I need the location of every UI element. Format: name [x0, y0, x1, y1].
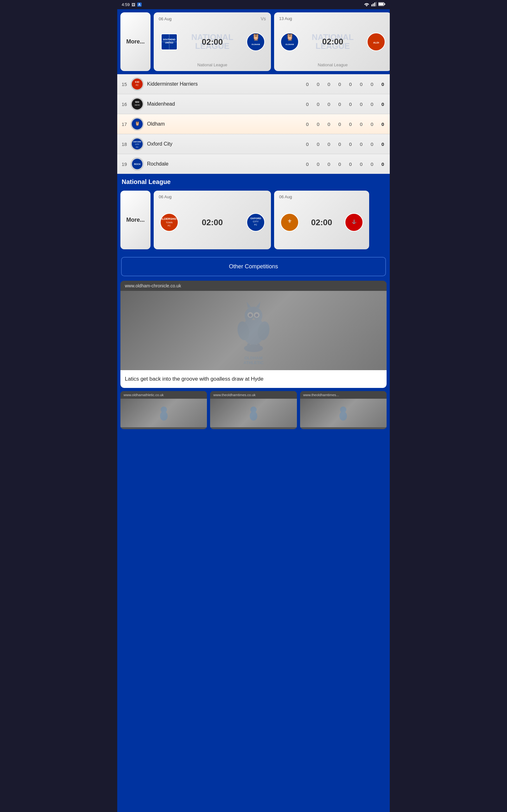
- svg-point-47: [245, 307, 262, 324]
- photo-icon: 🖼: [131, 3, 135, 7]
- fixture-time-2: 02:00: [322, 37, 343, 47]
- row-pos-18: 18: [122, 142, 130, 147]
- row-pos-15: 15: [122, 82, 130, 87]
- away-team-logo-1: 🦉 OLDHAM: [245, 32, 266, 52]
- svg-text:🦉: 🦉: [135, 121, 140, 126]
- row-pos-16: 16: [122, 101, 130, 107]
- svg-text:TOWN: TOWN: [166, 221, 172, 223]
- row-pos-17: 17: [122, 121, 130, 127]
- other-competitions-button[interactable]: Other Competitions: [121, 257, 386, 276]
- team-name-maidenhead: Maidenhead: [147, 101, 305, 107]
- news-card-1[interactable]: www.oldham-chronicle.co.uk: [120, 281, 387, 388]
- svg-text:🦉: 🦉: [285, 33, 294, 41]
- svg-text:OXFORD: OXFORD: [250, 217, 261, 220]
- svg-text:ALDERSHOT: ALDERSHOT: [160, 217, 178, 220]
- fixture-header-1: 06 Aug Vs: [159, 16, 266, 21]
- news-headline-1: Latics get back into the groove with goa…: [120, 370, 387, 388]
- nl-fixture-card-1[interactable]: 06 Aug ALDERSHOT TOWN FC 02:00 OXFORD: [154, 191, 271, 249]
- svg-marker-49: [256, 302, 261, 308]
- vs-label-1: Vs: [261, 16, 266, 21]
- table-row-rochdale[interactable]: 19 ROCH Rochdale 0 0 0 0 0 0 0 0: [117, 154, 390, 174]
- nl-away-logo-1: OXFORD CITY FC: [245, 212, 266, 233]
- svg-point-61: [160, 411, 168, 420]
- nl-fixture-teams-2: ⚜ 02:00 ⚓: [279, 199, 364, 246]
- team-name-oldham: Oldham: [147, 121, 305, 127]
- row-stats-maidenhead: 0 0 0 0 0 0 0 0: [305, 101, 385, 107]
- signal-icon: [372, 2, 377, 7]
- top-fixtures-scroll[interactable]: More... 06 Aug Vs NATIONALLEAGUE SOUTHEN…: [117, 9, 390, 74]
- table-row-kidderminster[interactable]: 15 KID FC Kidderminster Harriers 0 0 0 0…: [117, 74, 390, 94]
- svg-point-65: [339, 411, 347, 420]
- news-owl-logo: OLDHAMATHLETIC: [234, 296, 273, 365]
- nl-fixture-header-1: 06 Aug: [159, 194, 266, 199]
- battery-icon: [378, 2, 385, 7]
- oxford-city-badge: OXFORD CITY FC: [130, 137, 144, 151]
- svg-point-63: [250, 411, 257, 420]
- kidderminster-badge: KID FC: [130, 78, 144, 91]
- nl-fixture-teams-1: ALDERSHOT TOWN FC 02:00 OXFORD CITY FC: [159, 199, 266, 246]
- svg-text:ALDI: ALDI: [373, 41, 379, 44]
- maidenhead-badge: MAI HEAD: [130, 97, 144, 111]
- svg-text:HEAD: HEAD: [135, 104, 140, 106]
- fixture-date-2: 13 Aug: [279, 16, 292, 21]
- national-league-fixtures-scroll[interactable]: More... 06 Aug ALDERSHOT TOWN FC 02:00: [117, 188, 390, 252]
- svg-point-52: [249, 314, 252, 317]
- svg-rect-3: [376, 2, 377, 6]
- home-team-logo-1: SOUTHEND UNITED: [159, 32, 179, 52]
- bottom-news-source-1: www.oldhamathletic.co.uk: [120, 391, 207, 399]
- svg-point-53: [255, 314, 258, 317]
- svg-rect-5: [379, 3, 383, 5]
- away-team-logo-2: ALDI: [366, 32, 386, 52]
- svg-rect-2: [374, 3, 375, 6]
- bottom-news-card-1[interactable]: www.oldhamathletic.co.uk: [120, 391, 207, 429]
- news-source-1: www.oldham-chronicle.co.uk: [120, 281, 387, 291]
- row-pos-19: 19: [122, 161, 130, 167]
- svg-text:FC: FC: [168, 224, 170, 227]
- table-row-maidenhead[interactable]: 16 MAI HEAD Maidenhead 0 0 0 0 0 0 0 0: [117, 94, 390, 114]
- fixture-footer-2: National League: [279, 62, 386, 67]
- svg-rect-0: [372, 4, 372, 6]
- bottom-news-source-2: www.theoldhamtimes.co.uk: [210, 391, 297, 399]
- svg-text:OLDHAM: OLDHAM: [285, 44, 293, 45]
- svg-text:OLDHAM: OLDHAM: [251, 44, 260, 45]
- row-stats-oldham: 0 0 0 0 0 0 0 0: [305, 121, 385, 127]
- fixture-footer-1: National League: [159, 62, 266, 67]
- fixture-date-1: 06 Aug: [159, 16, 172, 21]
- nl-home-logo-1: ALDERSHOT TOWN FC: [159, 212, 179, 233]
- svg-text:OXFORD: OXFORD: [133, 141, 141, 143]
- rochdale-badge: ROCH: [130, 157, 144, 171]
- news-image-1: OLDHAMATHLETIC: [120, 291, 387, 370]
- team-name-kidderminster: Kidderminster Harriers: [147, 81, 305, 87]
- svg-text:ROCH: ROCH: [134, 163, 140, 165]
- national-league-section-header: National League: [117, 174, 390, 188]
- bottom-news-image-3: [300, 399, 387, 427]
- nl-fixture-card-2[interactable]: 06 Aug ⚜ 02:00 ⚓: [274, 191, 369, 249]
- svg-text:FC: FC: [136, 146, 139, 148]
- table-row-oxford-city[interactable]: 18 OXFORD CITY FC Oxford City 0 0 0 0 0 …: [117, 134, 390, 154]
- fixture-header-2: 13 Aug: [279, 16, 386, 21]
- league-table: 15 KID FC Kidderminster Harriers 0 0 0 0…: [117, 74, 390, 174]
- team-name-rochdale: Rochdale: [147, 161, 305, 167]
- bottom-news-card-3[interactable]: www.theoldhamtimes...: [300, 391, 387, 429]
- fixture-card-1[interactable]: 06 Aug Vs NATIONALLEAGUE SOUTHEND UNITED…: [154, 12, 271, 71]
- nl-fixture-date-1: 06 Aug: [159, 194, 172, 199]
- more-button-nl[interactable]: More...: [120, 191, 151, 249]
- app-icon: A: [137, 3, 141, 7]
- fixture-card-2[interactable]: 13 Aug NATIONALLEAGUE 🦉 OLDHAM 02:00 ALD…: [274, 12, 390, 71]
- bottom-news-card-2[interactable]: www.theoldhamtimes.co.uk: [210, 391, 297, 429]
- more-button-top[interactable]: More...: [120, 12, 151, 71]
- svg-marker-48: [246, 302, 251, 308]
- svg-text:FC: FC: [254, 223, 257, 226]
- svg-rect-1: [373, 3, 374, 6]
- nl-home-logo-2: ⚜: [279, 212, 300, 233]
- svg-point-59: [244, 345, 263, 352]
- home-team-logo-2: 🦉 OLDHAM: [279, 32, 300, 52]
- nl-away-logo-2: ⚓: [343, 212, 364, 233]
- wifi-icon: [364, 2, 370, 7]
- svg-text:⚓: ⚓: [351, 219, 356, 224]
- svg-rect-6: [384, 3, 385, 5]
- bottom-news-image-2: [210, 399, 297, 427]
- table-row-oldham[interactable]: 17 🦉 Oldham 0 0 0 0 0 0 0 0: [117, 114, 390, 134]
- fixture-time-1: 02:00: [202, 37, 223, 47]
- nl-fixture-time-1: 02:00: [202, 217, 223, 227]
